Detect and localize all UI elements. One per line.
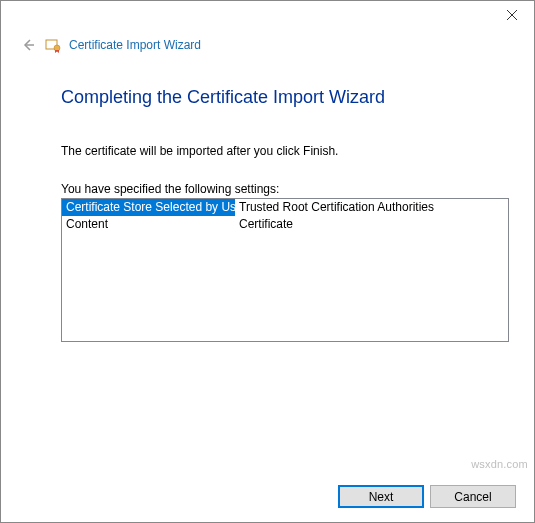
wizard-header: Certificate Import Wizard [1,31,534,59]
certificate-wizard-icon [45,37,61,53]
close-icon [507,10,517,20]
settings-key: Content [62,216,235,233]
next-button[interactable]: Next [338,485,424,508]
titlebar [1,1,534,31]
page-heading: Completing the Certificate Import Wizard [61,87,494,108]
wizard-content: Completing the Certificate Import Wizard… [1,59,534,342]
settings-listbox[interactable]: Certificate Store Selected by User Trust… [61,198,509,342]
settings-row[interactable]: Content Certificate [62,216,508,233]
back-button[interactable] [19,38,37,52]
instruction-text: The certificate will be imported after y… [61,144,494,158]
settings-label: You have specified the following setting… [61,182,494,196]
close-button[interactable] [489,1,534,29]
settings-row[interactable]: Certificate Store Selected by User Trust… [62,199,508,216]
cancel-button[interactable]: Cancel [430,485,516,508]
button-bar: Next Cancel [338,485,516,508]
wizard-title: Certificate Import Wizard [69,38,201,52]
settings-key: Certificate Store Selected by User [62,199,235,216]
settings-value: Trusted Root Certification Authorities [235,199,508,216]
settings-value: Certificate [235,216,508,233]
watermark-text: wsxdn.com [471,458,528,470]
wizard-window: Certificate Import Wizard Completing the… [0,0,535,523]
back-arrow-icon [21,38,35,52]
